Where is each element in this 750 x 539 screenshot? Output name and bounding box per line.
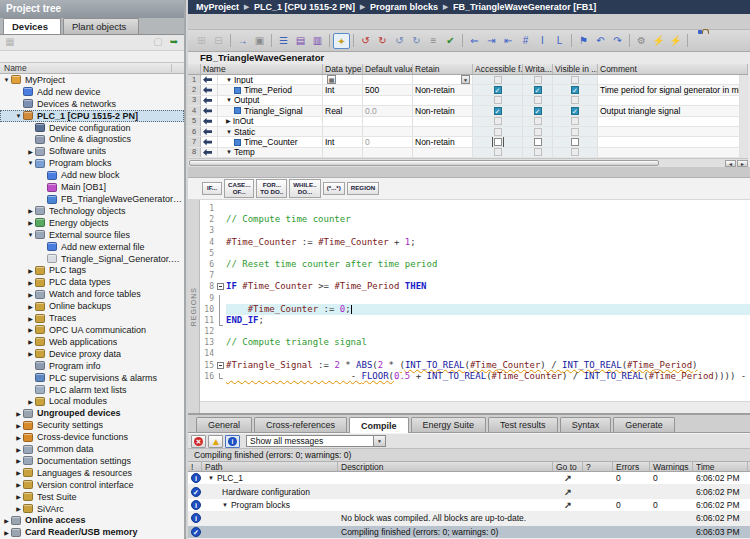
sidebar-item-add-new-device[interactable]: Add new device: [0, 86, 184, 98]
sidebar-item-device-configuration[interactable]: Device configuration: [0, 122, 184, 134]
snippet--button[interactable]: (*...*): [323, 182, 345, 195]
expander-icon[interactable]: ▶: [26, 303, 35, 310]
expander-icon[interactable]: ▼: [2, 77, 11, 83]
retain-cell[interactable]: [413, 148, 473, 157]
name-cell[interactable]: ▶InOut: [218, 117, 323, 126]
expander-icon[interactable]: ▼: [26, 160, 35, 166]
expander-icon[interactable]: ▶: [26, 315, 35, 322]
tab-generate[interactable]: Generate: [613, 417, 675, 432]
sidebar-item-version-control-interface[interactable]: ▶Version control interface: [0, 479, 184, 491]
expander-icon[interactable]: ▶: [26, 350, 35, 357]
sidebar-item-online-diagnostics[interactable]: Online & diagnostics: [0, 134, 184, 146]
call-structure-icon[interactable]: ⚙: [633, 33, 650, 49]
table-v-scrollbar[interactable]: [740, 96, 748, 105]
goto-arrow-icon[interactable]: ↗: [564, 473, 572, 483]
comment-cell[interactable]: [598, 127, 740, 136]
breadcrumb-segment[interactable]: MyProject: [196, 2, 239, 12]
code-text[interactable]: END_IF;: [226, 315, 750, 326]
goto-cell[interactable]: ↗: [553, 485, 583, 497]
expander-icon[interactable]: ▶: [26, 338, 35, 345]
code-text[interactable]: #Triangle_Signal := 2 * ABS(2 * (INT_TO_…: [226, 360, 750, 371]
h-scroll-thumb[interactable]: [189, 160, 659, 166]
visible-checkbox[interactable]: [571, 86, 579, 94]
sidebar-item-web-applications[interactable]: ▶Web applications: [0, 336, 184, 348]
sidebar-item-myproject[interactable]: ▼MyProject: [0, 74, 184, 86]
expander-icon[interactable]: ▶: [14, 505, 23, 512]
section-expander-icon[interactable]: ▼: [226, 75, 232, 84]
writable-checkbox[interactable]: [534, 86, 542, 94]
know-how-protection-icon[interactable]: [691, 33, 708, 49]
sidebar-item-fb-trianglewavegenerator-fb1[interactable]: FB_TriangleWaveGenerator [FB1]: [0, 193, 184, 205]
regions-tab[interactable]: REGIONS: [188, 200, 200, 413]
go-offline-icon[interactable]: ⚡: [667, 33, 684, 49]
retain-cell[interactable]: [413, 127, 473, 136]
data-type-cell[interactable]: [323, 96, 363, 105]
expander-icon[interactable]: ▶: [14, 457, 23, 464]
expander-icon[interactable]: ▶: [14, 469, 23, 476]
fold-toggle[interactable]: [217, 281, 226, 292]
snippet-if-button[interactable]: IF...: [202, 182, 222, 195]
compile-row[interactable]: i▼PLC_1↗006:06:02 PM: [188, 472, 750, 485]
sidebar-item-security-settings[interactable]: ▶Security settings: [0, 419, 184, 431]
expander-icon[interactable]: ▼: [26, 232, 35, 238]
scl-code-editor[interactable]: REGIONS 12// Compute time counter34#Time…: [188, 200, 750, 413]
sidebar-item-common-data[interactable]: ▶Common data: [0, 443, 184, 455]
code-line-15[interactable]: 15#Triangle_Signal := 2 * ABS(2 * (INT_T…: [200, 360, 750, 371]
table-v-scrollbar[interactable]: [740, 148, 748, 157]
default-value-cell[interactable]: [363, 75, 413, 84]
expander-icon[interactable]: ▶: [14, 410, 23, 417]
code-text[interactable]: // Compute time counter: [226, 214, 750, 225]
code-text[interactable]: // Compute triangle signal: [226, 337, 750, 348]
tab-compile[interactable]: Compile: [349, 417, 409, 433]
code-line-2[interactable]: 2// Compute time counter: [200, 214, 750, 225]
keep-actual-values-icon[interactable]: ▤: [292, 33, 309, 49]
sidebar-item-test-suite[interactable]: ▶Test Suite: [0, 491, 184, 503]
path-expander-icon[interactable]: ▼: [222, 502, 228, 508]
default-value-cell[interactable]: [363, 117, 413, 126]
dropdown-arrow-icon[interactable]: ▼: [374, 435, 386, 447]
sidebar-item-energy-objects[interactable]: ▶Energy objects: [0, 217, 184, 229]
reset-start-icon[interactable]: ↻: [374, 33, 391, 49]
sidebar-item-sivarc[interactable]: ▶SiVArc: [0, 503, 184, 515]
sidebar-item-card-reader-usb-memory[interactable]: ▶Card Reader/USB memory: [0, 526, 184, 538]
goto-arrow-icon[interactable]: ↗: [564, 500, 572, 510]
expander-icon[interactable]: ▶: [26, 326, 35, 333]
comment-cell[interactable]: [598, 137, 740, 146]
sidebar-item-plc-data-types[interactable]: ▶PLC data types: [0, 276, 184, 288]
sidebar-item-technology-objects[interactable]: ▶Technology objects: [0, 205, 184, 217]
default-value-cell[interactable]: 500: [363, 85, 413, 94]
expander-icon[interactable]: ▶: [2, 529, 11, 536]
sidebar-item-online-access[interactable]: ▶Online access: [0, 515, 184, 527]
code-line-13[interactable]: 13// Compute triangle signal: [200, 337, 750, 348]
refresh-consistency-icon[interactable]: ↻: [408, 33, 425, 49]
h-scroll-track[interactable]: [659, 159, 724, 167]
tab-cross-references[interactable]: Cross-references: [254, 417, 347, 432]
copy-start-values-icon[interactable]: ▣: [251, 33, 268, 49]
sidebar-item-add-new-external-file[interactable]: Add new external file: [0, 241, 184, 253]
data-type-cell[interactable]: [323, 148, 363, 157]
code-line-7[interactable]: 7: [200, 270, 750, 281]
sidebar-item-add-new-block[interactable]: Add new block: [0, 169, 184, 181]
compile-row[interactable]: ✓Compiling finished (errors: 0; warnings…: [188, 526, 750, 539]
code-lines[interactable]: 12// Compute time counter34#Time_Counter…: [200, 203, 750, 401]
compile-row[interactable]: i▼Program blocks↗006:06:02 PM: [188, 499, 750, 512]
retain-cell[interactable]: Non-retain: [413, 106, 473, 115]
name-cell[interactable]: ▼Input: [218, 75, 323, 84]
filter-info-icon[interactable]: i: [225, 435, 240, 448]
writable-checkbox[interactable]: [534, 107, 542, 115]
expander-icon[interactable]: ▶: [26, 291, 35, 298]
section-expander-icon[interactable]: ▼: [226, 127, 232, 136]
compile-row[interactable]: iNo block was compiled. All blocks are u…: [188, 512, 750, 525]
expander-icon[interactable]: ▶: [26, 207, 35, 214]
table-v-scrollbar[interactable]: [740, 85, 748, 94]
retain-cell[interactable]: ▼: [413, 75, 473, 84]
snippet-case-of-button[interactable]: CASE... OF...: [224, 179, 254, 198]
outline-icon[interactable]: ≡: [425, 33, 442, 49]
data-type-cell[interactable]: ▦: [323, 75, 363, 84]
data-type-cell[interactable]: Real: [323, 106, 363, 115]
code-text[interactable]: [226, 248, 750, 259]
sidebar-item-triangle-signal-generator-scl[interactable]: Triangle_Signal_Generator.SCL: [0, 253, 184, 265]
h-scroll-right-icon[interactable]: ►: [737, 160, 748, 167]
next-position-icon[interactable]: ↷: [609, 33, 626, 49]
sidebar-item-device-proxy-data[interactable]: ▶Device proxy data: [0, 348, 184, 360]
